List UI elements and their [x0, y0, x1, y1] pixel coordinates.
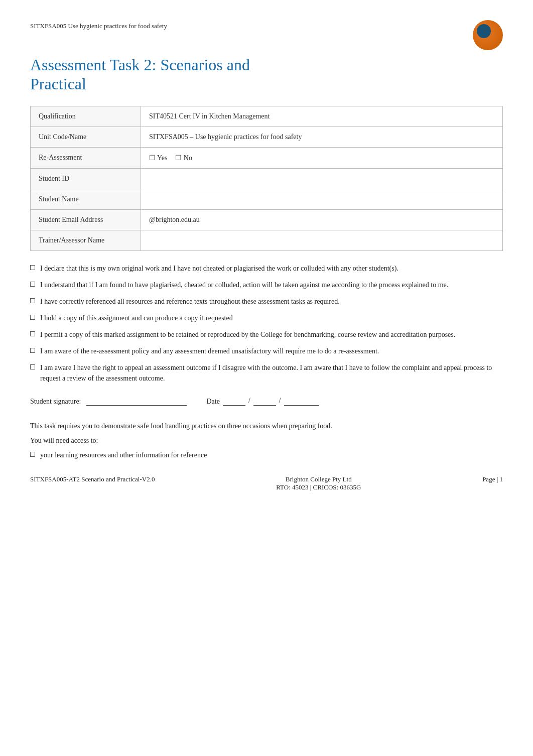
declaration-item-6: I am aware I have the right to appeal an… — [30, 362, 503, 384]
table-label-6: Trainer/Assessor Name — [31, 230, 141, 250]
footer-center-line2: RTO: 45023 | CRICOS: 03635G — [155, 483, 482, 491]
declaration-item-2: I have correctly referenced all resource… — [30, 296, 503, 307]
table-row: QualificationSIT40521 Cert IV in Kitchen… — [31, 106, 503, 127]
table-row: Student Name — [31, 189, 503, 209]
table-value-0: SIT40521 Cert IV in Kitchen Management — [141, 106, 503, 127]
checkbox-label-yes: ☐ Yes — [149, 154, 167, 162]
table-label-3: Student ID — [31, 168, 141, 189]
date-slash-2: / — [279, 397, 281, 406]
task-intro-line1: This task requires you to demonstrate sa… — [30, 421, 503, 431]
table-value-5: @brighton.edu.au — [141, 209, 503, 230]
table-label-2: Re-Assessment — [31, 147, 141, 168]
document-subtitle: SITXFSA005 Use hygienic practices for fo… — [30, 22, 167, 30]
date-label: Date — [207, 398, 220, 406]
bullet-icon-5 — [30, 348, 35, 353]
declaration-text-4: I permit a copy of this marked assignmen… — [40, 329, 455, 340]
page-title: Assessment Task 2: Scenarios and Practic… — [30, 55, 503, 94]
date-slash-1: / — [248, 397, 250, 406]
declaration-item-4: I permit a copy of this marked assignmen… — [30, 329, 503, 340]
footer-center-line1: Brighton College Pty Ltd — [155, 475, 482, 483]
checkbox-no[interactable]: ☐ No — [175, 154, 192, 162]
table-row: Student Email Address@brighton.edu.au — [31, 209, 503, 230]
declaration-text-0: I declare that this is my own original w… — [40, 263, 398, 274]
table-label-0: Qualification — [31, 106, 141, 127]
declaration-item-3: I hold a copy of this assignment and can… — [30, 313, 503, 323]
bullet-icon-1 — [30, 282, 35, 287]
signature-label: Student signature: — [30, 398, 81, 406]
bullet-icon-4 — [30, 331, 35, 336]
footer: SITXFSA005-AT2 Scenario and Practical-V2… — [30, 475, 503, 491]
signature-line — [86, 396, 187, 406]
logo-icon — [473, 20, 503, 50]
bullet-icon-3 — [30, 315, 35, 320]
access-text-0: your learning resources and other inform… — [40, 450, 207, 460]
declaration-list: I declare that this is my own original w… — [30, 263, 503, 384]
logo — [443, 20, 503, 50]
table-value-1: SITXFSA005 – Use hygienic practices for … — [141, 127, 503, 147]
table-value-3 — [141, 168, 503, 189]
bullet-icon-0 — [30, 265, 35, 270]
date-field: Date / / — [207, 396, 319, 406]
footer-left: SITXFSA005-AT2 Scenario and Practical-V2… — [30, 475, 155, 483]
table-value-2: ☐ Yes☐ No — [141, 147, 503, 168]
task-intro-line2: You will need access to: — [30, 435, 503, 446]
top-bar: SITXFSA005 Use hygienic practices for fo… — [30, 20, 503, 50]
access-bullet-0 — [30, 452, 35, 457]
table-row: Trainer/Assessor Name — [31, 230, 503, 250]
bullet-icon-2 — [30, 298, 35, 303]
declaration-text-5: I am aware of the re-assessment policy a… — [40, 346, 379, 356]
signature-row: Student signature: Date / / — [30, 396, 503, 406]
table-row: Unit Code/NameSITXFSA005 – Use hygienic … — [31, 127, 503, 147]
declaration-item-1: I understand that if I am found to have … — [30, 280, 503, 290]
date-day-line — [223, 396, 245, 406]
info-table: QualificationSIT40521 Cert IV in Kitchen… — [30, 106, 503, 251]
signature-field: Student signature: — [30, 396, 187, 406]
table-value-4 — [141, 189, 503, 209]
date-month-line — [253, 396, 276, 406]
checkbox-yes[interactable]: ☐ Yes — [149, 154, 167, 162]
bullet-icon-6 — [30, 364, 35, 369]
declaration-text-1: I understand that if I am found to have … — [40, 280, 448, 290]
footer-center: Brighton College Pty Ltd RTO: 45023 | CR… — [155, 475, 482, 491]
logo-inner-circle — [477, 24, 491, 38]
table-row: Student ID — [31, 168, 503, 189]
declaration-item-0: I declare that this is my own original w… — [30, 263, 503, 274]
checkbox-label-no: ☐ No — [175, 154, 192, 162]
access-list: your learning resources and other inform… — [30, 450, 503, 460]
declaration-item-5: I am aware of the re-assessment policy a… — [30, 346, 503, 356]
table-label-5: Student Email Address — [31, 209, 141, 230]
footer-right: Page | 1 — [482, 475, 503, 483]
table-row: Re-Assessment☐ Yes☐ No — [31, 147, 503, 168]
declaration-text-3: I hold a copy of this assignment and can… — [40, 313, 233, 323]
table-value-6 — [141, 230, 503, 250]
declaration-text-2: I have correctly referenced all resource… — [40, 296, 340, 307]
declaration-text-6: I am aware I have the right to appeal an… — [40, 362, 503, 384]
table-label-4: Student Name — [31, 189, 141, 209]
table-label-1: Unit Code/Name — [31, 127, 141, 147]
date-year-line — [284, 396, 319, 406]
access-item-0: your learning resources and other inform… — [30, 450, 503, 460]
